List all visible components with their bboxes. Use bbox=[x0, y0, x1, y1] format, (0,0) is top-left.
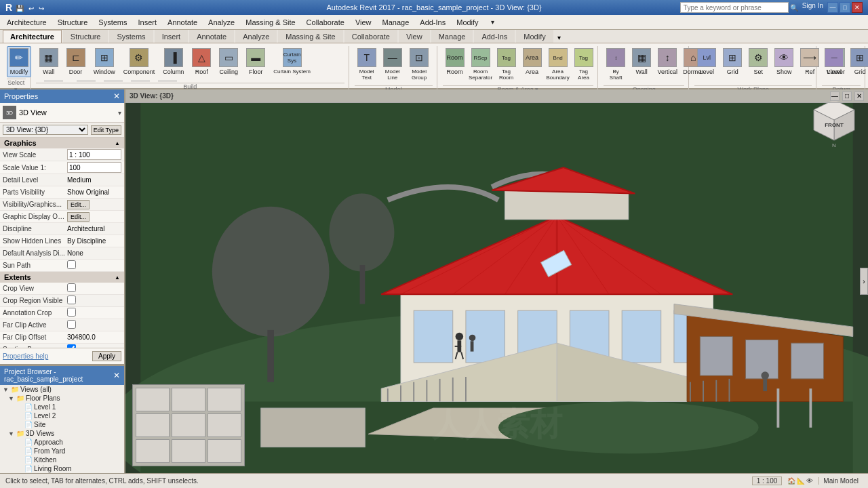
tab-massing[interactable]: Massing & Site bbox=[278, 30, 342, 43]
view-scale-input[interactable] bbox=[67, 149, 121, 160]
ribbon-btn-floor[interactable]: ▬ Floor bbox=[243, 46, 269, 77]
view-cube[interactable]: FRONT N bbox=[807, 96, 861, 150]
tab-annotate[interactable]: Annotate bbox=[189, 30, 234, 43]
status-icon-2[interactable]: 📐 bbox=[797, 477, 805, 485]
tree-level-1[interactable]: 📄 Level 1 bbox=[0, 403, 124, 411]
extents-collapse-arrow[interactable]: ▲ bbox=[115, 274, 120, 281]
quick-access-save[interactable]: 💾 bbox=[14, 5, 25, 12]
view-type-dropdown[interactable]: ▾ bbox=[118, 109, 121, 117]
status-icon-1[interactable]: 🏠 bbox=[787, 477, 795, 485]
ribbon-btn-show[interactable]: 👁 Show bbox=[772, 46, 796, 77]
panel-collapse-right[interactable]: › bbox=[860, 268, 868, 295]
ribbon-btn-roof[interactable]: △ Roof bbox=[189, 46, 214, 77]
viewport-minimize[interactable]: — bbox=[830, 92, 840, 101]
tab-modify[interactable]: Modify bbox=[516, 30, 553, 43]
thumbnail-7[interactable] bbox=[136, 439, 170, 463]
annotation-crop-checkbox[interactable] bbox=[67, 308, 76, 317]
thumbnail-6[interactable] bbox=[208, 413, 241, 437]
properties-close-btn[interactable]: ✕ bbox=[113, 92, 120, 101]
ribbon-btn-curtain-sys[interactable]: Curtain Sys Curtain System bbox=[270, 46, 314, 77]
tab-structure[interactable]: Structure bbox=[63, 30, 108, 43]
menu-manage[interactable]: Manage bbox=[377, 17, 415, 28]
menu-collaborate[interactable]: Collaborate bbox=[301, 17, 350, 28]
search-box[interactable]: 🔍 bbox=[680, 2, 798, 13]
ribbon-btn-ramp[interactable]: / Ramp bbox=[127, 79, 153, 81]
ribbon-btn-room[interactable]: Room Room bbox=[443, 46, 467, 77]
ribbon-btn-component[interactable]: ⚙ Component bbox=[120, 46, 159, 77]
quick-access-undo[interactable]: ↩ bbox=[27, 5, 35, 12]
tree-living-room[interactable]: 📄 Living Room bbox=[0, 464, 124, 473]
ribbon-btn-door[interactable]: ⊏ Door bbox=[63, 46, 89, 77]
tab-insert[interactable]: Insert bbox=[155, 30, 189, 43]
ribbon-btn-room-sep[interactable]: RSep Room Separator bbox=[469, 46, 493, 83]
thumbnail-1[interactable] bbox=[136, 388, 170, 411]
tree-floor-plans[interactable]: ▼ 📁 Floor Plans bbox=[0, 394, 124, 403]
menu-view[interactable]: View bbox=[350, 17, 377, 28]
tree-kitchen[interactable]: 📄 Kitchen bbox=[0, 455, 124, 464]
thumbnail-5[interactable] bbox=[172, 413, 205, 437]
tab-architecture[interactable]: Architecture bbox=[3, 30, 62, 43]
menu-analyze[interactable]: Analyze bbox=[203, 17, 240, 28]
ribbon-expand[interactable]: ▾ bbox=[555, 33, 564, 43]
sign-in-btn[interactable]: Sign In bbox=[800, 2, 826, 13]
properties-scroll[interactable]: Graphics ▲ View Scale Scale Value 1: bbox=[0, 138, 124, 348]
project-browser-close-btn[interactable]: ✕ bbox=[113, 371, 120, 380]
viewport-restore[interactable]: □ bbox=[842, 92, 852, 101]
ribbon-btn-model-line[interactable]: — Model Line bbox=[380, 46, 405, 83]
ribbon-btn-level[interactable]: Lvl Level bbox=[694, 46, 719, 77]
close-btn[interactable]: ✕ bbox=[852, 2, 863, 13]
thumbnail-2[interactable] bbox=[172, 388, 205, 411]
modify-dropdown[interactable]: ▾ bbox=[486, 17, 500, 27]
view-name-select[interactable]: 3D View: {3D} bbox=[3, 125, 88, 135]
ribbon-btn-railing[interactable]: ⊓ Railing bbox=[100, 79, 126, 81]
menu-insert[interactable]: Insert bbox=[133, 17, 163, 28]
apply-btn[interactable]: Apply bbox=[92, 351, 121, 361]
ribbon-btn-modify[interactable]: ✏ Modify bbox=[7, 46, 31, 77]
viewport-maximize[interactable]: ✕ bbox=[854, 92, 864, 101]
visibility-edit-btn[interactable]: Edit... bbox=[67, 200, 90, 209]
tab-collaborate[interactable]: Collaborate bbox=[344, 30, 397, 43]
far-clip-active-checkbox[interactable] bbox=[67, 320, 76, 329]
menu-structure[interactable]: Structure bbox=[52, 17, 94, 28]
tree-views-all[interactable]: ▼ 📁 Views (all) bbox=[0, 385, 124, 394]
tab-addins[interactable]: Add-Ins bbox=[474, 30, 515, 43]
menu-annotate[interactable]: Annotate bbox=[162, 17, 203, 28]
restore-btn[interactable]: □ bbox=[840, 2, 850, 13]
ribbon-btn-curtain-grid[interactable]: CGrid Curtain Grid bbox=[36, 79, 72, 81]
thumbnail-3[interactable] bbox=[208, 388, 241, 411]
menu-architecture[interactable]: Architecture bbox=[1, 17, 52, 28]
extents-section-header[interactable]: Extents ▲ bbox=[0, 272, 124, 283]
ribbon-btn-ceiling[interactable]: ▭ Ceiling bbox=[216, 46, 241, 77]
ribbon-btn-model-text[interactable]: T Model Text bbox=[355, 46, 379, 83]
menu-massing[interactable]: Massing & Site bbox=[240, 17, 300, 28]
ribbon-btn-area-boundary[interactable]: Bnd Area Boundary bbox=[546, 46, 570, 83]
tree-3d-views[interactable]: ▼ 📁 3D Views bbox=[0, 429, 124, 438]
properties-help-link[interactable]: Properties help bbox=[3, 352, 48, 360]
tree-approach[interactable]: 📄 Approach bbox=[0, 438, 124, 447]
crop-view-checkbox[interactable] bbox=[67, 283, 76, 292]
ribbon-btn-area[interactable]: Area Area bbox=[520, 46, 545, 77]
ribbon-btn-set[interactable]: ⚙ Set bbox=[746, 46, 770, 77]
ribbon-btn-wall[interactable]: ▦ Wall bbox=[36, 46, 62, 77]
tree-from-yard[interactable]: 📄 From Yard bbox=[0, 447, 124, 455]
ribbon-btn-model-group[interactable]: ⊡ Model Group bbox=[406, 46, 433, 83]
menu-modify[interactable]: Modify bbox=[451, 17, 484, 28]
ribbon-btn-datum-level[interactable]: — Level bbox=[822, 46, 846, 77]
ribbon-btn-mullion[interactable]: ⊟ Mullion bbox=[73, 79, 100, 81]
ribbon-btn-wall-open[interactable]: ▦ Wall bbox=[629, 46, 654, 77]
title-search-input[interactable] bbox=[680, 2, 789, 13]
thumbnail-8[interactable] bbox=[172, 439, 205, 463]
scale-value-input[interactable] bbox=[67, 162, 121, 173]
quick-access-redo[interactable]: ↪ bbox=[37, 5, 45, 12]
graphics-section-header[interactable]: Graphics ▲ bbox=[0, 138, 124, 148]
graphic-display-edit-btn[interactable]: Edit... bbox=[67, 212, 90, 222]
crop-region-visible-checkbox[interactable] bbox=[67, 296, 76, 304]
ribbon-btn-by-shaft[interactable]: ↕ By Shaft bbox=[604, 46, 628, 83]
thumbnail-9[interactable] bbox=[208, 439, 241, 463]
ribbon-btn-tag-area[interactable]: Tag Tag Area bbox=[572, 46, 596, 83]
section-box-checkbox[interactable] bbox=[67, 344, 76, 348]
tree-level-2[interactable]: 📄 Level 2 bbox=[0, 411, 124, 420]
ribbon-btn-datum-grid[interactable]: ⊞ Grid bbox=[848, 46, 868, 77]
ribbon-btn-vertical[interactable]: ↕ Vertical bbox=[655, 46, 679, 77]
ribbon-btn-window[interactable]: ⊞ Window bbox=[90, 46, 119, 77]
